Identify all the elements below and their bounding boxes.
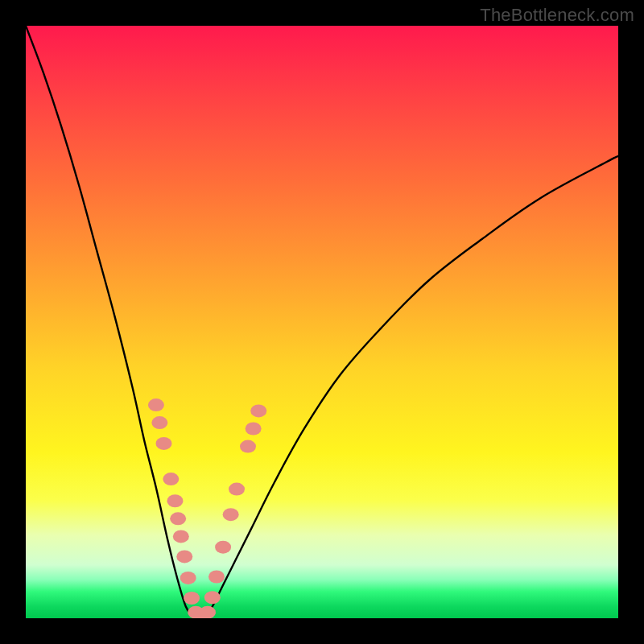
marker-point bbox=[215, 541, 231, 554]
plot-area bbox=[26, 26, 618, 618]
marker-point bbox=[223, 508, 239, 521]
marker-point bbox=[167, 494, 183, 507]
marker-point bbox=[204, 591, 221, 604]
marker-point bbox=[176, 550, 192, 563]
marker-point bbox=[246, 422, 262, 435]
chart-svg bbox=[26, 26, 618, 618]
marker-point bbox=[200, 606, 216, 618]
curve-right-branch bbox=[204, 156, 618, 617]
marker-point bbox=[173, 530, 189, 543]
curve-layer bbox=[26, 26, 618, 617]
marker-point bbox=[180, 572, 196, 584]
marker-point bbox=[229, 483, 245, 496]
marker-point bbox=[170, 512, 186, 525]
marker-point bbox=[250, 404, 266, 417]
marker-point bbox=[155, 437, 171, 450]
marker-layer bbox=[148, 398, 266, 618]
marker-point bbox=[148, 398, 164, 411]
marker-point bbox=[163, 473, 179, 485]
marker-point bbox=[184, 592, 200, 605]
curve-left-branch bbox=[26, 26, 193, 617]
chart-frame: TheBottleneck.com bbox=[0, 0, 644, 644]
watermark-text: TheBottleneck.com bbox=[480, 5, 634, 26]
marker-point bbox=[208, 570, 225, 583]
marker-point bbox=[151, 416, 167, 429]
marker-point bbox=[240, 440, 256, 453]
